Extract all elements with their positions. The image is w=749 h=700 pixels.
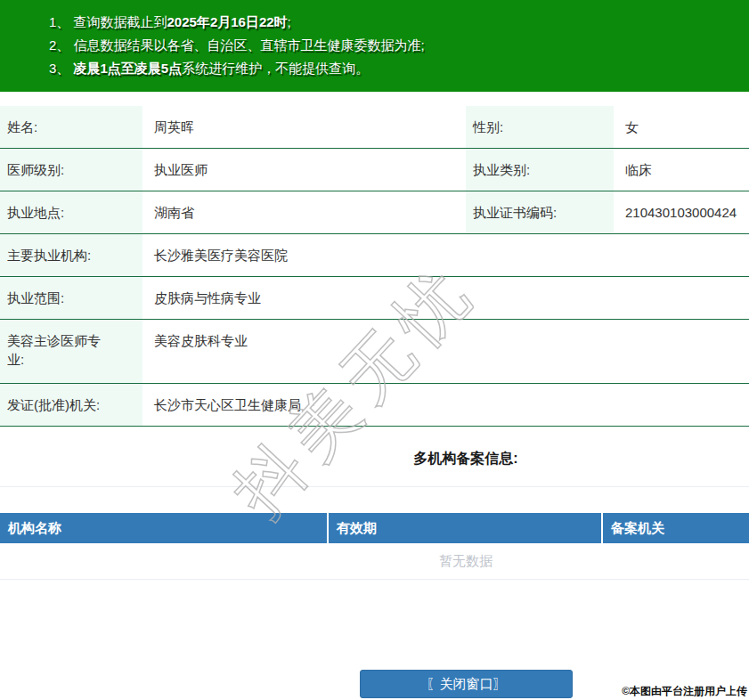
cosmetic-specialty-value: 美容皮肤科专业 xyxy=(142,320,749,383)
record-table-header: 机构名称 有效期 备案机关 xyxy=(0,513,749,543)
name-label: 姓名: xyxy=(0,106,142,148)
certificate-number-label: 执业证书编码: xyxy=(466,191,614,233)
column-header-filing-authority: 备案机关 xyxy=(603,513,747,543)
cosmetic-specialty-label: 美容主诊医师专业: xyxy=(0,320,142,383)
notice-line-3: 3、 凌晨1点至凌晨5点系统进行维护，不能提供查询。 xyxy=(49,57,740,80)
table-row: 姓名: 周英晖 性别: 女 xyxy=(0,106,749,149)
notice-line-3-bold: 凌晨1点至凌晨5点 xyxy=(74,61,183,76)
table-row: 执业范围: 皮肤病与性病专业 xyxy=(0,277,749,320)
practice-scope-value: 皮肤病与性病专业 xyxy=(142,277,749,319)
close-window-button[interactable]: 〖关闭窗口〗 xyxy=(360,670,573,698)
notice-line-1: 1、 查询数据截止到2025年2月16日22时; xyxy=(49,11,740,34)
notice-line-1-text: 1、 查询数据截止到 xyxy=(49,14,167,29)
empty-data-text: 暂无数据 xyxy=(329,553,603,570)
multi-org-record-table: 机构名称 有效期 备案机关 暂无数据 xyxy=(0,513,749,580)
close-window-button-label: 〖关闭窗口〗 xyxy=(427,676,507,691)
main-institution-label: 主要执业机构: xyxy=(0,234,142,276)
practice-location-value: 湖南省 xyxy=(142,191,466,233)
notice-line-3-text: 3、 xyxy=(49,61,74,76)
name-value: 周英晖 xyxy=(142,106,466,148)
notice-line-2-text: 2、 信息数据结果以各省、自治区、直辖市卫生健康委数据为准; xyxy=(49,37,425,53)
gender-value: 女 xyxy=(614,106,749,148)
main-institution-value: 长沙雅美医疗美容医院 xyxy=(142,234,749,276)
table-row: 医师级别: 执业医师 执业类别: 临床 xyxy=(0,149,749,191)
notice-line-1-bold: 2025年2月16日22时 xyxy=(167,14,288,29)
empty-data-row: 暂无数据 xyxy=(0,543,749,580)
practice-category-value: 临床 xyxy=(614,149,749,191)
notice-line-1-suffix: ; xyxy=(288,14,291,29)
notice-banner: 1、 查询数据截止到2025年2月16日22时; 2、 信息数据结果以各省、自治… xyxy=(0,0,749,92)
practice-location-label: 执业地点: xyxy=(0,191,142,233)
table-row: 美容主诊医师专业: 美容皮肤科专业 xyxy=(0,320,749,384)
gender-label: 性别: xyxy=(466,106,614,148)
practitioner-info-table: 姓名: 周英晖 性别: 女 医师级别: 执业医师 执业类别: 临床 执业地点: … xyxy=(0,106,749,427)
issuing-authority-label: 发证(批准)机关: xyxy=(0,384,142,426)
practice-scope-label: 执业范围: xyxy=(0,277,142,319)
issuing-authority-value: 长沙市天心区卫生健康局 xyxy=(142,384,749,426)
table-row: 执业地点: 湖南省 执业证书编码: 210430103000424 xyxy=(0,191,749,234)
column-header-validity: 有效期 xyxy=(329,513,603,543)
table-row: 发证(批准)机关: 长沙市天心区卫生健康局 xyxy=(0,384,749,427)
notice-line-2: 2、 信息数据结果以各省、自治区、直辖市卫生健康委数据为准; xyxy=(49,34,740,57)
copyright-watermark-text: ©本图由平台注册用户上传 xyxy=(622,684,747,699)
table-row: 主要执业机构: 长沙雅美医疗美容医院 xyxy=(0,234,749,277)
column-header-institution: 机构名称 xyxy=(0,513,329,543)
query-result-page: 1、 查询数据截止到2025年2月16日22时; 2、 信息数据结果以各省、自治… xyxy=(0,0,749,700)
practice-category-label: 执业类别: xyxy=(466,149,614,191)
certificate-number-value: 210430103000424 xyxy=(614,191,749,233)
multi-org-section-title: 多机构备案信息: xyxy=(0,441,749,487)
doctor-level-value: 执业医师 xyxy=(142,149,466,191)
notice-line-3-suffix: 系统进行维护，不能提供查询。 xyxy=(182,61,369,76)
doctor-level-label: 医师级别: xyxy=(0,149,142,191)
